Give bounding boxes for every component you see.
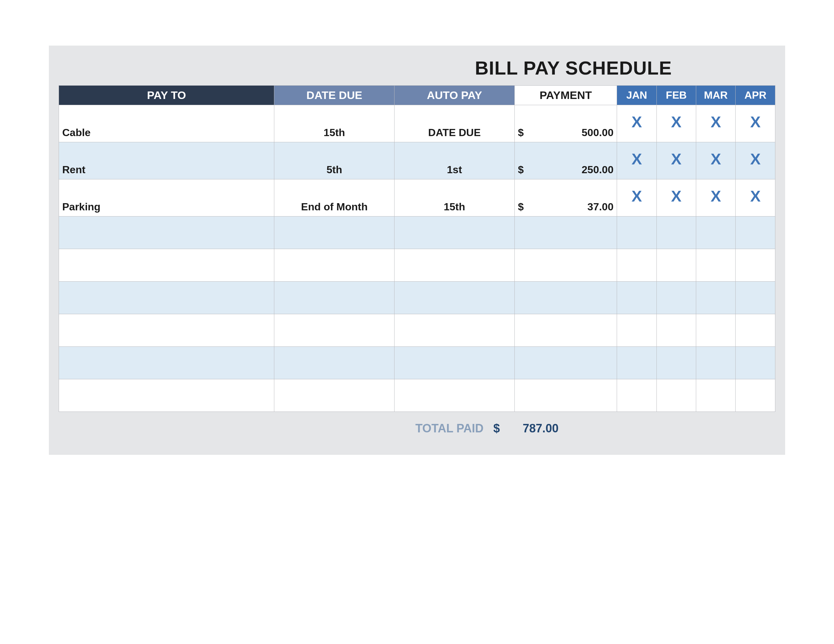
cell-payment[interactable]: $250.00 [514, 142, 617, 179]
payment-value: 37.00 [587, 201, 613, 213]
cell-pay-to[interactable] [59, 347, 274, 379]
cell-auto-pay[interactable]: DATE DUE [394, 105, 515, 142]
cell-pay-to[interactable] [59, 282, 274, 314]
cell-pay-to[interactable]: Parking [59, 179, 274, 216]
cell-payment[interactable] [514, 347, 617, 379]
cell-month[interactable] [617, 249, 656, 282]
cell-month[interactable] [735, 282, 775, 314]
cell-month[interactable] [696, 282, 735, 314]
cell-payment[interactable] [514, 379, 617, 412]
payment-currency: $ [518, 164, 524, 176]
cell-month[interactable]: X [617, 142, 656, 179]
cell-month[interactable]: X [735, 179, 775, 216]
cell-month[interactable]: X [656, 179, 696, 216]
cell-pay-to[interactable]: Rent [59, 142, 274, 179]
cell-month[interactable] [696, 347, 735, 379]
cell-auto-pay[interactable] [394, 314, 515, 347]
month-mark: X [750, 150, 761, 168]
cell-month[interactable]: X [696, 179, 735, 216]
total-label: TOTAL PAID [415, 421, 493, 435]
month-mark: X [711, 150, 721, 168]
cell-month[interactable] [696, 314, 735, 347]
cell-date-due[interactable] [274, 347, 394, 379]
cell-auto-pay[interactable] [394, 216, 515, 249]
cell-date-due[interactable]: 15th [274, 105, 394, 142]
cell-auto-pay[interactable] [394, 347, 515, 379]
cell-pay-to[interactable] [59, 314, 274, 347]
cell-date-due[interactable] [274, 216, 394, 249]
page-title: BILL PAY SCHEDULE [59, 57, 775, 85]
cell-month[interactable] [696, 249, 735, 282]
cell-date-due[interactable] [274, 379, 394, 412]
cell-month[interactable] [656, 249, 696, 282]
cell-month[interactable] [656, 216, 696, 249]
cell-month[interactable] [617, 379, 656, 412]
cell-month[interactable] [617, 347, 656, 379]
cell-pay-to[interactable] [59, 216, 274, 249]
table-row: Cable15thDATE DUE$500.00XXXX [59, 105, 775, 142]
cell-auto-pay[interactable] [394, 379, 515, 412]
header-date-due: DATE DUE [274, 86, 394, 105]
cell-payment[interactable] [514, 249, 617, 282]
cell-date-due[interactable] [274, 249, 394, 282]
cell-month[interactable] [696, 216, 735, 249]
cell-month[interactable]: X [617, 179, 656, 216]
cell-pay-to[interactable] [59, 379, 274, 412]
table-row [59, 249, 775, 282]
cell-auto-pay[interactable] [394, 249, 515, 282]
cell-month[interactable]: X [735, 142, 775, 179]
payment-value: 250.00 [582, 164, 613, 176]
month-mark: X [750, 113, 761, 131]
cell-payment[interactable] [514, 314, 617, 347]
cell-month[interactable]: X [696, 105, 735, 142]
cell-auto-pay[interactable]: 1st [394, 142, 515, 179]
cell-pay-to[interactable] [59, 249, 274, 282]
total-value: 787.00 [522, 421, 558, 435]
cell-pay-to[interactable]: Cable [59, 105, 274, 142]
cell-month[interactable]: X [617, 105, 656, 142]
header-month-mar: MAR [696, 86, 735, 105]
cell-month[interactable] [617, 282, 656, 314]
cell-month[interactable]: X [696, 142, 735, 179]
cell-month[interactable] [735, 249, 775, 282]
schedule-table: PAY TO DATE DUE AUTO PAY PAYMENT JAN FEB… [59, 85, 775, 412]
table-row [59, 347, 775, 379]
cell-payment[interactable]: $500.00 [514, 105, 617, 142]
cell-auto-pay[interactable] [394, 282, 515, 314]
cell-month[interactable] [656, 282, 696, 314]
cell-month[interactable] [617, 314, 656, 347]
cell-payment[interactable]: $37.00 [514, 179, 617, 216]
cell-payment[interactable] [514, 282, 617, 314]
table-row: Rent5th1st$250.00XXXX [59, 142, 775, 179]
cell-month[interactable]: X [735, 105, 775, 142]
cell-month[interactable] [617, 216, 656, 249]
header-month-jan: JAN [617, 86, 656, 105]
cell-auto-pay[interactable]: 15th [394, 179, 515, 216]
total-currency: $ [493, 421, 522, 435]
cell-month[interactable] [696, 379, 735, 412]
header-row: PAY TO DATE DUE AUTO PAY PAYMENT JAN FEB… [59, 86, 775, 105]
cell-month[interactable]: X [656, 142, 696, 179]
cell-month[interactable] [735, 347, 775, 379]
cell-date-due[interactable]: End of Month [274, 179, 394, 216]
cell-month[interactable]: X [656, 105, 696, 142]
cell-month[interactable] [735, 314, 775, 347]
month-mark: X [711, 187, 721, 205]
cell-month[interactable] [656, 347, 696, 379]
month-mark: X [631, 187, 642, 205]
table-row: ParkingEnd of Month15th$37.00XXXX [59, 179, 775, 216]
cell-month[interactable] [656, 379, 696, 412]
cell-date-due[interactable] [274, 282, 394, 314]
header-pay-to: PAY TO [59, 86, 274, 105]
month-mark: X [671, 150, 682, 168]
cell-month[interactable] [656, 314, 696, 347]
header-month-apr: APR [735, 86, 775, 105]
month-mark: X [750, 187, 761, 205]
cell-month[interactable] [735, 216, 775, 249]
cell-date-due[interactable] [274, 314, 394, 347]
cell-month[interactable] [735, 379, 775, 412]
table-row [59, 379, 775, 412]
cell-payment[interactable] [514, 216, 617, 249]
cell-date-due[interactable]: 5th [274, 142, 394, 179]
month-mark: X [711, 113, 721, 131]
